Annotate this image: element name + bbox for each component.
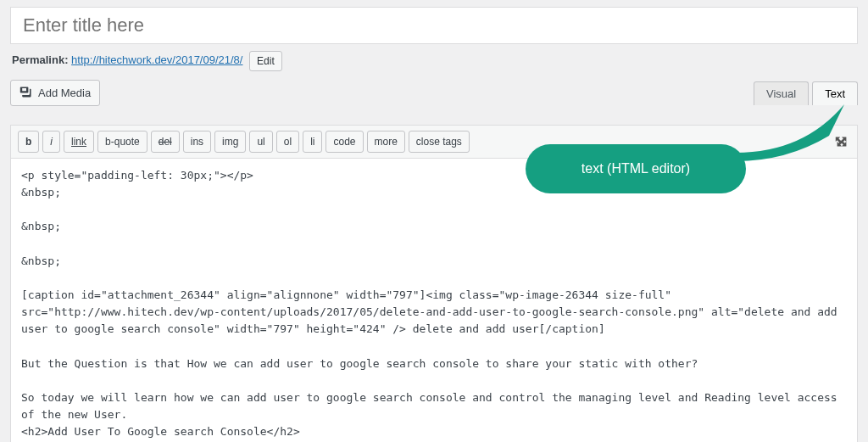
- annotation-callout: text (HTML editor): [526, 144, 746, 193]
- post-title-input[interactable]: [10, 7, 858, 44]
- qt-italic[interactable]: i: [42, 131, 60, 153]
- qt-bold[interactable]: b: [18, 131, 39, 153]
- qt-ins[interactable]: ins: [183, 131, 211, 153]
- add-media-button[interactable]: Add Media: [10, 80, 100, 106]
- permalink-row: Permalink: http://hitechwork.dev/2017/09…: [0, 44, 868, 76]
- qt-del[interactable]: del: [151, 131, 180, 153]
- edit-permalink-button[interactable]: Edit: [249, 51, 282, 71]
- qt-blockquote[interactable]: b-quote: [97, 131, 147, 153]
- qt-img[interactable]: img: [214, 131, 246, 153]
- qt-ul[interactable]: ul: [249, 131, 272, 153]
- qt-ol[interactable]: ol: [276, 131, 299, 153]
- permalink-label: Permalink:: [12, 53, 68, 66]
- media-icon: [19, 85, 33, 101]
- callout-text: text (HTML editor): [581, 161, 690, 176]
- qt-link[interactable]: link: [64, 131, 94, 153]
- add-media-label: Add Media: [38, 87, 91, 99]
- qt-close-tags[interactable]: close tags: [409, 131, 470, 153]
- permalink-url[interactable]: http://hitechwork.dev/2017/09/21/8/: [71, 53, 242, 66]
- qt-code[interactable]: code: [326, 131, 363, 153]
- qt-more[interactable]: more: [367, 131, 405, 153]
- qt-li[interactable]: li: [303, 131, 322, 153]
- post-content-textarea[interactable]: <p style="padding-left: 30px;"></p> &nbs…: [11, 159, 857, 442]
